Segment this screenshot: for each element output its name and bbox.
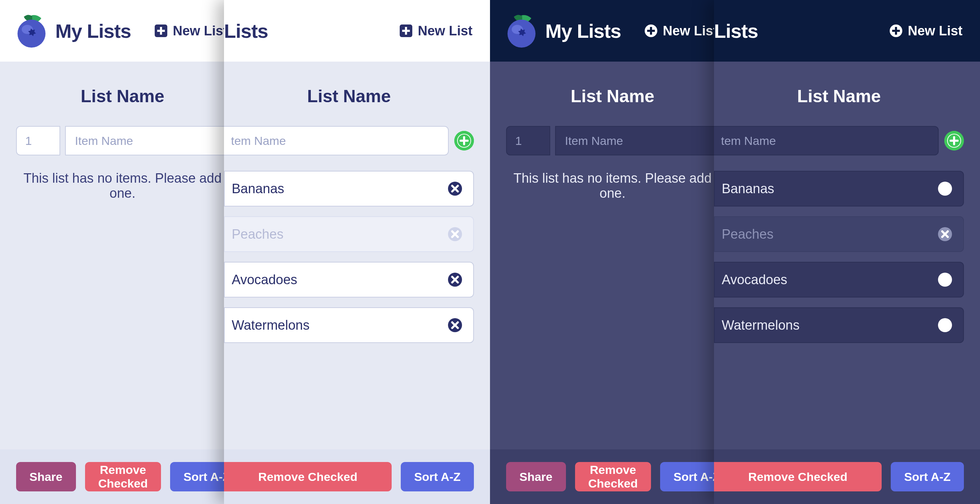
new-list-button[interactable]: New List bbox=[889, 24, 963, 38]
share-button[interactable]: Share bbox=[506, 462, 566, 491]
items-list: Bananas Peaches Avocadoes Watermelons bbox=[714, 171, 964, 343]
app-title: Lists bbox=[224, 20, 268, 42]
logo-wrap: My Lists bbox=[504, 13, 621, 48]
add-item-row bbox=[506, 126, 719, 156]
panel-dark-items: Lists New List List Name Bananas Peaches… bbox=[714, 0, 980, 504]
add-item-button[interactable] bbox=[454, 131, 474, 151]
x-circle-icon bbox=[937, 272, 953, 287]
footer: Share Remove Checked Sort A-Z bbox=[490, 449, 735, 504]
sort-button[interactable]: Sort A-Z bbox=[401, 462, 474, 491]
remove-item-button[interactable] bbox=[447, 226, 463, 242]
remove-item-button[interactable] bbox=[937, 318, 953, 333]
remove-item-button[interactable] bbox=[937, 181, 953, 196]
list-item[interactable]: Peaches bbox=[224, 216, 474, 252]
blueberry-logo-icon bbox=[504, 13, 539, 48]
add-item-row bbox=[714, 126, 964, 156]
remove-item-button[interactable] bbox=[447, 181, 463, 196]
header: Lists New List bbox=[224, 0, 490, 62]
add-item-button[interactable] bbox=[944, 131, 964, 151]
x-circle-icon bbox=[447, 181, 463, 196]
plus-square-icon bbox=[399, 24, 413, 38]
quantity-input[interactable] bbox=[506, 126, 550, 156]
remove-item-button[interactable] bbox=[447, 272, 463, 287]
share-button[interactable]: Share bbox=[16, 462, 76, 491]
list-item[interactable]: Bananas bbox=[714, 171, 964, 207]
plus-circle-icon bbox=[454, 131, 474, 151]
plus-circle-icon bbox=[944, 131, 964, 151]
item-label: Avocadoes bbox=[722, 272, 787, 287]
item-name-input[interactable] bbox=[65, 126, 234, 156]
remove-checked-button[interactable]: Remove Checked bbox=[575, 462, 651, 491]
list-item[interactable]: Bananas bbox=[224, 171, 474, 207]
app-title: My Lists bbox=[545, 20, 621, 42]
quantity-input[interactable] bbox=[16, 126, 60, 156]
list-item[interactable]: Avocadoes bbox=[714, 262, 964, 297]
x-circle-icon bbox=[447, 226, 463, 242]
item-label: Peaches bbox=[232, 227, 283, 242]
remove-item-button[interactable] bbox=[937, 272, 953, 287]
logo-wrap: My Lists bbox=[14, 13, 131, 48]
new-list-label: New List bbox=[908, 24, 963, 38]
x-circle-icon bbox=[447, 272, 463, 287]
header: My Lists New List bbox=[490, 0, 735, 62]
item-label: Watermelons bbox=[722, 318, 799, 333]
list-item[interactable]: Watermelons bbox=[714, 307, 964, 343]
panel-light-items: Lists New List List Name Bananas Peaches… bbox=[224, 0, 490, 504]
plus-square-icon bbox=[154, 24, 168, 38]
remove-checked-button[interactable]: Remove Checked bbox=[714, 462, 881, 491]
list-body: List Name Bananas Peaches Avocadoes Wate… bbox=[224, 62, 490, 449]
new-list-button[interactable]: New List bbox=[644, 24, 718, 38]
list-item[interactable]: Watermelons bbox=[224, 307, 474, 343]
remove-item-button[interactable] bbox=[447, 318, 463, 333]
item-label: Peaches bbox=[722, 227, 773, 242]
list-body: List Name This list has no items. Please… bbox=[490, 62, 735, 449]
item-name-input[interactable] bbox=[224, 126, 449, 156]
items-list: Bananas Peaches Avocadoes Watermelons bbox=[224, 171, 474, 343]
add-item-row bbox=[224, 126, 474, 156]
footer: Share Remove Checked Sort A-Z bbox=[714, 449, 980, 504]
x-circle-icon bbox=[447, 318, 463, 333]
header: My Lists New List bbox=[0, 0, 245, 62]
list-title: List Name bbox=[16, 86, 229, 107]
list-title: List Name bbox=[714, 86, 964, 107]
x-circle-icon bbox=[937, 226, 953, 242]
list-item[interactable]: Peaches bbox=[714, 216, 964, 252]
list-body: List Name Bananas Peaches Avocadoes Wate… bbox=[714, 62, 980, 449]
list-title: List Name bbox=[224, 86, 474, 107]
remove-checked-button[interactable]: Remove Checked bbox=[224, 462, 391, 491]
app-title: My Lists bbox=[55, 20, 131, 42]
list-body: List Name This list has no items. Please… bbox=[0, 62, 245, 449]
logo-wrap: Lists bbox=[224, 20, 268, 42]
remove-checked-button[interactable]: Remove Checked bbox=[85, 462, 161, 491]
remove-item-button[interactable] bbox=[937, 226, 953, 242]
empty-message: This list has no items. Please add one. bbox=[16, 171, 229, 201]
item-name-input[interactable] bbox=[714, 126, 939, 156]
list-item[interactable]: Avocadoes bbox=[224, 262, 474, 297]
item-label: Bananas bbox=[722, 181, 774, 196]
new-list-button[interactable]: New List bbox=[154, 24, 228, 38]
new-list-label: New List bbox=[663, 24, 718, 38]
panel-dark-empty: My Lists New List List Name This list ha… bbox=[490, 0, 735, 504]
app-title: Lists bbox=[714, 20, 758, 42]
new-list-label: New List bbox=[173, 24, 228, 38]
panel-light-empty: My Lists New List List Name This list ha… bbox=[0, 0, 245, 504]
x-circle-icon bbox=[937, 181, 953, 196]
sort-button[interactable]: Sort A-Z bbox=[891, 462, 964, 491]
item-label: Bananas bbox=[232, 181, 284, 196]
blueberry-logo-icon bbox=[14, 13, 49, 48]
footer: Share Remove Checked Sort A-Z bbox=[0, 449, 245, 504]
plus-circle-icon bbox=[644, 24, 658, 38]
item-label: Avocadoes bbox=[232, 272, 297, 287]
item-name-input[interactable] bbox=[555, 126, 724, 156]
new-list-button[interactable]: New List bbox=[399, 24, 473, 38]
logo-wrap: Lists bbox=[714, 20, 758, 42]
list-title: List Name bbox=[506, 86, 719, 107]
x-circle-icon bbox=[937, 318, 953, 333]
new-list-label: New List bbox=[418, 24, 473, 38]
empty-message: This list has no items. Please add one. bbox=[506, 171, 719, 201]
add-item-row bbox=[16, 126, 229, 156]
footer: Share Remove Checked Sort A-Z bbox=[224, 449, 490, 504]
item-label: Watermelons bbox=[232, 318, 309, 333]
plus-circle-icon bbox=[889, 24, 903, 38]
header: Lists New List bbox=[714, 0, 980, 62]
